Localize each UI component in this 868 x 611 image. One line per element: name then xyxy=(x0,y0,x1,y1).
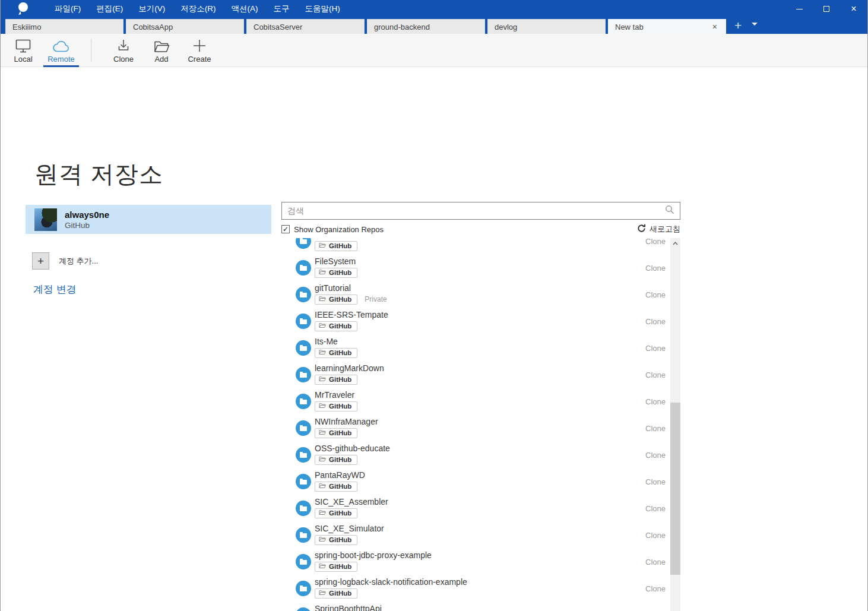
menu-repository[interactable]: 저장소(R) xyxy=(173,0,223,18)
repo-name: learningMarkDown xyxy=(315,363,670,374)
clone-link[interactable]: Clone xyxy=(645,584,666,593)
menu-help[interactable]: 도움말(H) xyxy=(297,0,348,18)
add-account-button[interactable]: + xyxy=(32,252,49,270)
clone-link[interactable]: Clone xyxy=(645,397,666,406)
maximize-button[interactable] xyxy=(813,0,840,18)
clone-link[interactable]: Clone xyxy=(645,477,666,486)
show-org-repos-checkbox[interactable]: ✓ xyxy=(281,225,290,233)
repo-row: spring-boot-jdbc-proxy-example GitHub Cl… xyxy=(281,548,670,575)
repo-folder-icon xyxy=(296,260,311,276)
repo-name: MrTraveler xyxy=(315,390,670,401)
tab-label: CobitsaServer xyxy=(254,23,302,31)
toolbar-create-button[interactable]: Create xyxy=(180,34,218,67)
repo-list-scrollbar[interactable] xyxy=(670,238,680,611)
github-badge-label: GitHub xyxy=(329,403,351,410)
refresh-icon xyxy=(637,224,646,235)
clone-link[interactable]: Clone xyxy=(645,263,666,272)
github-badge: GitHub xyxy=(315,588,357,599)
clone-link[interactable]: Clone xyxy=(645,504,666,512)
tab-cobitsaapp[interactable]: CobitsaApp xyxy=(126,19,244,34)
tab-label: New tab xyxy=(615,23,644,31)
tab-devlog[interactable]: devlog xyxy=(487,19,606,34)
clone-link[interactable]: Clone xyxy=(645,343,666,352)
tab-new-tab[interactable]: New tab× xyxy=(608,19,726,34)
repo-name: SpringBoothttpApi xyxy=(315,603,670,611)
scroll-up-button[interactable] xyxy=(670,238,680,248)
repo-list: GitHub Clone FileSystem GitHub xyxy=(281,238,670,611)
cloud-icon xyxy=(52,39,70,53)
mini-folder-icon xyxy=(319,536,326,543)
mini-folder-icon xyxy=(319,376,326,383)
github-badge: GitHub xyxy=(315,455,357,465)
github-badge-label: GitHub xyxy=(329,456,351,463)
repo-folder-icon xyxy=(296,527,311,543)
github-badge-label: GitHub xyxy=(329,483,351,490)
repo-row: FileSystem GitHub Clone xyxy=(281,254,670,281)
repo-folder-icon xyxy=(296,420,311,436)
clone-link[interactable]: Clone xyxy=(645,290,666,299)
repo-folder-icon xyxy=(296,607,311,611)
toolbar-add-button[interactable]: Add xyxy=(142,34,180,67)
remote-repos-page: 원격 저장소 always0ne GitHub + 계정 추가... 계정 변경… xyxy=(1,67,867,611)
account-row[interactable]: always0ne GitHub xyxy=(26,205,271,234)
organization-repos-row: ✓ Show Organization Repos 새로고침 xyxy=(281,224,680,235)
menu-file[interactable]: 파일(F) xyxy=(47,0,88,18)
chevron-up-icon xyxy=(673,242,678,245)
repo-folder-icon xyxy=(296,554,311,569)
tab-eskiiimo[interactable]: Eskiiimo xyxy=(5,19,123,34)
repo-name: gitTutorial xyxy=(315,283,670,294)
close-button[interactable]: × xyxy=(840,0,867,18)
maximize-icon xyxy=(823,6,829,12)
toolbar-clone-button[interactable]: Clone xyxy=(104,34,142,67)
menu-tools[interactable]: 도구 xyxy=(266,0,297,18)
github-badge: GitHub xyxy=(315,295,357,305)
folder-icon xyxy=(154,39,170,53)
menu-bar: 파일(F)편집(E)보기(V)저장소(R)액션(A)도구도움말(H) xyxy=(47,0,348,18)
clone-link[interactable]: Clone xyxy=(645,316,666,325)
menu-view[interactable]: 보기(V) xyxy=(131,0,173,18)
toolbar-remote-button[interactable]: Remote xyxy=(42,34,80,67)
clone-link[interactable]: Clone xyxy=(645,238,666,245)
toolbar-local-button[interactable]: Local xyxy=(4,34,42,67)
window-controls: × xyxy=(785,0,867,18)
repo-name: spring-logback-slack-notification-exampl… xyxy=(315,577,670,588)
minimize-icon xyxy=(796,9,803,10)
github-badge-label: GitHub xyxy=(329,322,351,330)
mini-folder-icon xyxy=(319,590,326,597)
tab-label: CobitsaApp xyxy=(133,23,173,31)
github-badge-label: GitHub xyxy=(329,563,351,570)
minimize-button[interactable] xyxy=(785,0,813,18)
github-badge-label: GitHub xyxy=(329,429,351,436)
change-account-link[interactable]: 계정 변경 xyxy=(33,283,77,296)
clone-link[interactable]: Clone xyxy=(645,450,666,459)
menu-actions[interactable]: 액션(A) xyxy=(224,0,266,18)
repo-name: SIC_XE_Simulator xyxy=(315,523,670,534)
toolbar-clone-label: Clone xyxy=(113,55,134,64)
github-badge: GitHub xyxy=(315,562,357,572)
scrollbar-thumb[interactable] xyxy=(670,403,680,575)
repo-row: IEEE-SRS-Tempate GitHub Clone xyxy=(281,308,670,334)
repo-folder-icon xyxy=(296,501,311,516)
new-tab-button[interactable]: + xyxy=(734,19,742,31)
clone-link[interactable]: Clone xyxy=(645,530,666,539)
repo-row: SpringBoothttpApi GitHub Clone xyxy=(281,601,670,611)
toolbar-local-label: Local xyxy=(14,55,32,64)
repo-name: SIC_XE_Assembler xyxy=(315,496,670,508)
refresh-button[interactable]: 새로고침 xyxy=(637,224,680,235)
clone-link[interactable]: Clone xyxy=(645,557,666,566)
tab-ground-backend[interactable]: ground-backend xyxy=(367,19,485,34)
tab-cobitsaserver[interactable]: CobitsaServer xyxy=(246,19,365,34)
repo-name: OSS-github-educate xyxy=(315,443,670,454)
search-input[interactable] xyxy=(287,206,665,216)
menu-edit[interactable]: 편집(E) xyxy=(88,0,131,18)
clone-link[interactable]: Clone xyxy=(645,423,666,432)
repo-row: SIC_XE_Assembler GitHub Clone xyxy=(281,495,670,521)
clone-link[interactable]: Clone xyxy=(645,370,666,379)
mini-folder-icon xyxy=(319,429,326,436)
plus-icon: + xyxy=(37,255,44,268)
repo-name: Its-Me xyxy=(315,336,670,347)
repo-name: IEEE-SRS-Tempate xyxy=(315,309,670,321)
tab-list-dropdown-icon[interactable] xyxy=(752,23,758,26)
tab-close-icon[interactable]: × xyxy=(711,22,719,31)
page-title: 원격 저장소 xyxy=(34,158,163,191)
